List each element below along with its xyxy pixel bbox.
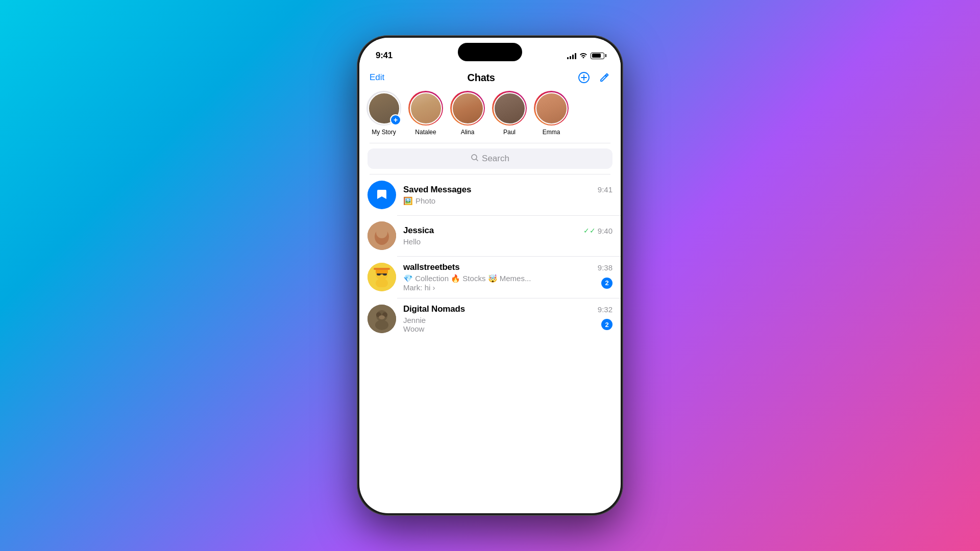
saved-messages-preview: 🖼️ Photo (403, 196, 435, 206)
wallstreet-preview-line1: 💎 Collection 🔥 Stocks 🤯 Memes... (403, 274, 531, 283)
alina-avatar-wrapper (450, 91, 485, 126)
story-item-alina[interactable]: Alina (450, 91, 485, 136)
wallstreet-preview: 💎 Collection 🔥 Stocks 🤯 Memes... Mark: h… (403, 274, 531, 292)
wallstreet-time: 9:38 (598, 263, 612, 272)
story-item-paul[interactable]: Paul (492, 91, 527, 136)
paul-avatar-wrapper (492, 91, 527, 126)
status-bar: 9:41 (359, 38, 621, 66)
saved-messages-top-row: Saved Messages 9:41 (403, 185, 612, 195)
my-story-avatar-wrapper: + (366, 91, 401, 126)
natalee-avatar (410, 92, 442, 124)
signal-bar-4 (575, 53, 576, 59)
wallstreet-unread-badge: 2 (601, 278, 612, 289)
wallstreet-preview-line2: Mark: hi › (403, 283, 531, 292)
natalee-avatar-wrapper (408, 91, 443, 126)
search-icon (471, 154, 479, 164)
jessica-top-row: Jessica ✓✓ 9:40 (403, 226, 612, 236)
svg-point-15 (375, 320, 388, 330)
saved-messages-avatar (368, 181, 396, 209)
wallstreet-name: wallstreetbets (403, 262, 460, 272)
story-item-natalee[interactable]: Natalee (408, 91, 443, 136)
emma-avatar-wrapper (534, 91, 569, 126)
compose-button[interactable] (598, 71, 610, 84)
digital-nomads-preview: Jennie Woow (403, 316, 426, 333)
wallstreet-top-row: wallstreetbets 9:38 (403, 262, 612, 272)
phone-screen: 9:41 (359, 38, 621, 513)
natalee-label: Natalee (415, 129, 436, 136)
wallstreet-avatar (368, 263, 396, 291)
header-actions (578, 71, 610, 84)
search-bar[interactable]: Search (368, 148, 612, 169)
page-title: Chats (468, 72, 495, 84)
jessica-preview: Hello (403, 237, 612, 246)
edit-button[interactable]: Edit (370, 72, 384, 83)
jessica-time-row: ✓✓ 9:40 (583, 227, 612, 235)
jessica-content: Jessica ✓✓ 9:40 Hello (403, 226, 612, 246)
digital-nomads-time: 9:32 (598, 305, 612, 314)
wifi-icon (579, 52, 587, 60)
saved-messages-content: Saved Messages 9:41 🖼️ Photo (403, 185, 612, 206)
saved-messages-name: Saved Messages (403, 185, 471, 195)
paul-ring (492, 91, 527, 126)
jessica-time: 9:40 (598, 227, 612, 235)
my-story-plus-badge: + (390, 114, 401, 126)
chat-list: Saved Messages 9:41 🖼️ Photo (359, 174, 621, 339)
alina-ring (450, 91, 485, 126)
digital-nomads-unread-badge: 2 (601, 319, 612, 330)
emma-ring (534, 91, 569, 126)
chats-header: Edit Chats (359, 66, 621, 91)
alina-label: Alina (461, 129, 475, 136)
jessica-name: Jessica (403, 226, 434, 236)
phone-device: 9:41 (357, 36, 623, 515)
status-icons (567, 52, 604, 60)
chat-item-saved-messages[interactable]: Saved Messages 9:41 🖼️ Photo (359, 174, 621, 215)
signal-bar-1 (567, 57, 569, 59)
search-section: Search (359, 143, 621, 174)
digital-nomads-top-row: Digital Nomads 9:32 (403, 304, 612, 314)
alina-avatar (452, 92, 484, 124)
dynamic-island (458, 43, 522, 61)
svg-rect-7 (376, 279, 388, 287)
battery-icon (591, 53, 604, 59)
jessica-bottom-row: Hello (403, 237, 612, 246)
paul-avatar (494, 92, 526, 124)
natalee-ring (408, 91, 443, 126)
signal-bar-2 (570, 56, 571, 59)
paul-label: Paul (503, 129, 516, 136)
my-story-label: My Story (372, 129, 396, 136)
battery-fill (592, 54, 601, 58)
svg-rect-12 (374, 268, 390, 270)
status-time: 9:41 (376, 51, 393, 61)
add-chat-button[interactable] (578, 71, 590, 84)
chat-item-wallstreetbets[interactable]: wallstreetbets 9:38 💎 Collection 🔥 Stock… (359, 256, 621, 298)
digital-nomads-name: Digital Nomads (403, 304, 465, 314)
svg-point-18 (379, 315, 385, 319)
stories-row: + My Story Natalee (366, 91, 614, 136)
emma-avatar (535, 92, 568, 124)
emma-label: Emma (543, 129, 560, 136)
chat-item-jessica[interactable]: Jessica ✓✓ 9:40 Hello (359, 215, 621, 256)
saved-messages-time: 9:41 (598, 185, 612, 194)
wallstreet-content: wallstreetbets 9:38 💎 Collection 🔥 Stock… (403, 262, 612, 292)
digital-nomads-preview-line1: Jennie (403, 316, 426, 324)
photo-emoji-icon: 🖼️ (403, 196, 413, 206)
saved-messages-preview-text: Photo (415, 196, 435, 205)
digital-nomads-bottom-row: Jennie Woow 2 (403, 316, 612, 333)
saved-messages-bottom-row: 🖼️ Photo (403, 196, 612, 206)
signal-bar-3 (572, 55, 574, 59)
wallstreet-bottom-row: 💎 Collection 🔥 Stocks 🤯 Memes... Mark: h… (403, 274, 612, 292)
chat-item-digital-nomads[interactable]: Digital Nomads 9:32 Jennie Woow 2 (359, 298, 621, 339)
jessica-avatar (368, 221, 396, 250)
story-item-my-story[interactable]: + My Story (366, 91, 401, 136)
digital-nomads-content: Digital Nomads 9:32 Jennie Woow 2 (403, 304, 612, 333)
search-placeholder-text: Search (482, 154, 509, 164)
signal-bars-icon (567, 53, 576, 59)
stories-section: + My Story Natalee (359, 91, 621, 143)
svg-point-4 (376, 227, 387, 238)
phone-frame: 9:41 (357, 36, 623, 515)
read-check-icon: ✓✓ (583, 227, 596, 235)
story-item-emma[interactable]: Emma (534, 91, 569, 136)
digital-nomads-preview-line2: Woow (403, 324, 426, 333)
digital-nomads-avatar (368, 305, 396, 333)
